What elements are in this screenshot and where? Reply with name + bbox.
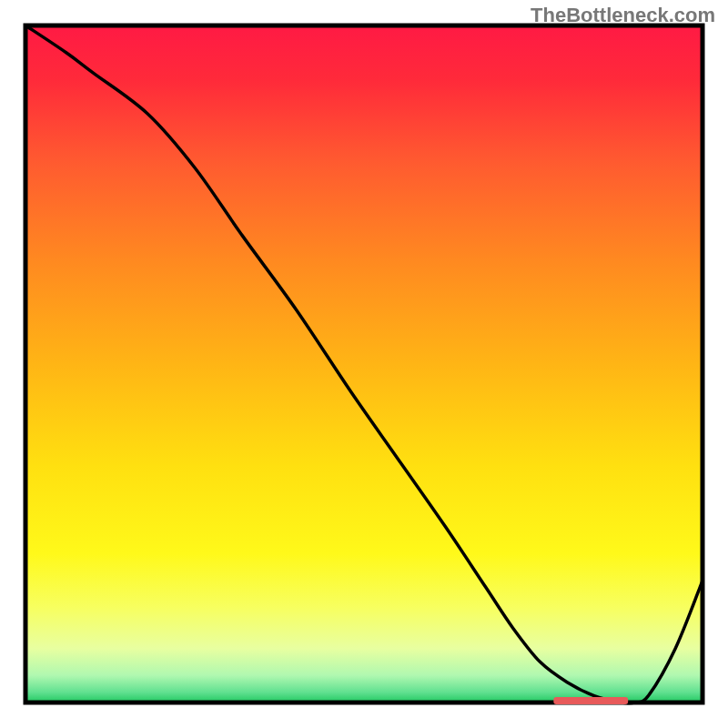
watermark-label: TheBottleneck.com (531, 4, 715, 27)
chart-svg (0, 0, 728, 728)
red-marker (553, 697, 628, 704)
chart-container: TheBottleneck.com (0, 0, 728, 728)
plot-background (25, 25, 703, 703)
